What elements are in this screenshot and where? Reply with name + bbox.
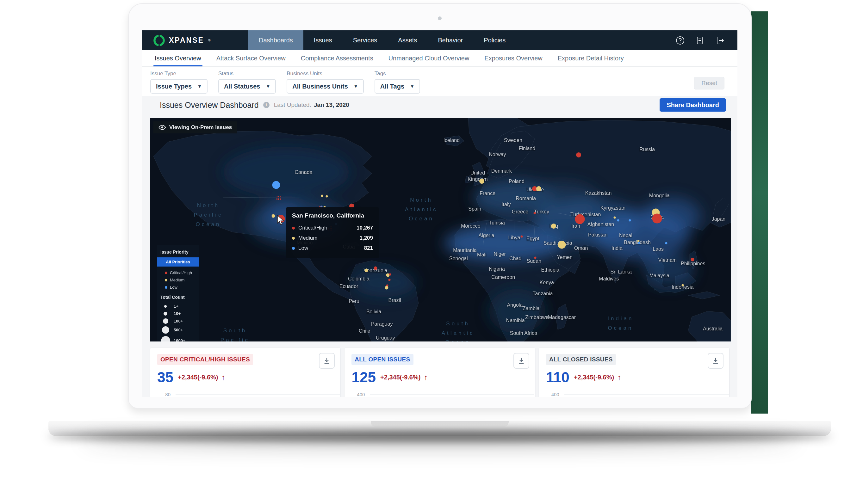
legend-count-500: 500+ <box>160 325 196 335</box>
metric-card-all-closed-issues: ALL CLOSED ISSUES110+2,345(-9.6%)↑400300 <box>539 348 729 397</box>
tooltip-title: San Francisco, California <box>292 212 373 219</box>
trend-up-icon: ↑ <box>617 373 621 382</box>
issue-marker-red[interactable] <box>534 256 536 259</box>
dropdown-value: All Tags <box>380 83 404 90</box>
issue-marker-red[interactable] <box>389 274 391 276</box>
legend-priority-critical-high[interactable]: Critical/High <box>160 269 196 276</box>
tab-attack-surface-overview[interactable]: Attack Surface Overview <box>216 50 286 66</box>
dropdown-value: All Business Units <box>292 83 348 90</box>
tab-exposures-overview[interactable]: Exposures Overview <box>484 50 542 66</box>
issue-marker-blue[interactable] <box>272 181 280 189</box>
download-icon <box>323 357 330 364</box>
filter-tags: TagsAll Tags▼ <box>375 71 420 93</box>
dropdown-tags[interactable]: All Tags▼ <box>375 79 420 93</box>
filter-status: StatusAll Statuses▼ <box>218 71 276 93</box>
legend-priority-low[interactable]: Low <box>160 284 196 291</box>
axis-tick-top: 400 <box>351 392 365 397</box>
issue-marker-yellow[interactable] <box>551 224 556 229</box>
issue-marker-yellow[interactable] <box>272 214 275 218</box>
release-notes-icon[interactable] <box>695 36 704 45</box>
download-button[interactable] <box>708 353 724 369</box>
card-mini-chart: 400300 <box>351 389 528 397</box>
card-title-badge: ALL CLOSED ISSUES <box>546 354 616 365</box>
world-map[interactable]: CanadaMexicoCubaVenezuelaColombiaEcuador… <box>150 118 731 341</box>
issue-marker-red[interactable] <box>652 213 662 223</box>
issue-marker-yellow[interactable] <box>614 217 616 219</box>
metric-card-all-open-issues: ALL OPEN ISSUES125+2,345(-9.6%)↑400300 <box>345 348 535 397</box>
card-delta: +2,345(-9.6%) <box>380 374 421 381</box>
dashboard-header: Issues Overview Dashboard i Last Updated… <box>142 96 737 114</box>
tooltip-row-label: Medium <box>298 235 317 241</box>
card-delta: +2,345(-9.6%) <box>574 374 614 381</box>
issue-marker-blue[interactable] <box>665 242 667 244</box>
dropdown-issue-type[interactable]: Issue Types▼ <box>150 79 208 93</box>
brand-name: XPANSE <box>169 36 204 45</box>
issue-marker-yellow[interactable] <box>326 196 328 198</box>
nav-item-services[interactable]: Services <box>342 30 388 50</box>
issue-marker-red[interactable] <box>576 152 581 158</box>
mini-chart-svg <box>564 389 729 397</box>
dropdown-status[interactable]: All Statuses▼ <box>218 79 276 93</box>
red-dot-icon <box>165 272 167 274</box>
download-button[interactable] <box>319 353 335 369</box>
share-dashboard-button[interactable]: Share Dashboard <box>660 98 726 112</box>
background-accent-strip <box>751 11 768 414</box>
issue-marker-blue[interactable] <box>617 219 620 222</box>
filter-issue-type: Issue TypeIssue Types▼ <box>150 71 208 93</box>
legend-count-items: 1+10+100+500+1000+ <box>160 303 196 341</box>
legend-priority-medium[interactable]: Medium <box>160 276 196 284</box>
issue-marker-red[interactable] <box>533 212 536 214</box>
nav-items: DashboardsIssuesServicesAssetsBehaviorPo… <box>248 30 516 50</box>
download-button[interactable] <box>513 353 529 369</box>
count-label: 500+ <box>174 328 183 332</box>
issue-marker-red[interactable] <box>691 258 694 261</box>
legend-all-priorities[interactable]: All Priorities <box>157 257 199 266</box>
laptop-shadow-soft <box>82 434 797 448</box>
issue-marker-red[interactable] <box>521 236 523 238</box>
sign-out-icon[interactable] <box>715 36 724 45</box>
issue-marker-yellow[interactable] <box>479 179 484 184</box>
page-title: Issues Overview Dashboard <box>160 101 259 110</box>
issue-marker-yellow[interactable] <box>364 268 368 272</box>
legend-priority-label: Critical/High <box>170 270 192 275</box>
info-icon[interactable]: i <box>263 102 270 108</box>
nav-item-issues[interactable]: Issues <box>303 30 342 50</box>
chevron-down-icon: ▼ <box>266 84 270 89</box>
issue-marker-yellow[interactable] <box>681 284 684 287</box>
card-value-row: 125+2,345(-9.6%)↑ <box>351 369 528 386</box>
nav-item-behavior[interactable]: Behavior <box>427 30 473 50</box>
legend-priority-label: Low <box>170 285 177 290</box>
tab-exposure-detail-history[interactable]: Exposure Detail History <box>558 50 624 66</box>
tab-issues-overview[interactable]: Issues Overview <box>155 50 201 66</box>
help-icon[interactable] <box>675 36 685 45</box>
chevron-down-icon: ▼ <box>197 84 202 89</box>
laptop-base-notch <box>371 421 509 427</box>
issue-marker-yellow[interactable] <box>385 286 388 289</box>
chevron-down-icon: ▼ <box>354 84 358 89</box>
dropdown-business-units[interactable]: All Business Units▼ <box>287 79 363 93</box>
issue-marker-yellow[interactable] <box>558 241 566 249</box>
tab-unmanaged-cloud-overview[interactable]: Unmanaged Cloud Overview <box>388 50 470 66</box>
issue-marker-yellow[interactable] <box>321 194 323 197</box>
issue-marker-red[interactable] <box>575 214 585 224</box>
xpanse-logo-icon <box>153 35 165 46</box>
dropdown-value: All Statuses <box>224 83 260 90</box>
filter-bar: Issue TypeIssue Types▼StatusAll Statuses… <box>142 67 737 96</box>
reset-button[interactable]: Reset <box>694 77 724 89</box>
issue-marker-red[interactable] <box>374 266 377 270</box>
nav-item-dashboards[interactable]: Dashboards <box>248 30 303 50</box>
blue-dot-icon <box>292 247 295 250</box>
axis-tick-top: 400 <box>546 392 559 397</box>
viewing-mode-badge: Viewing On-Prem Issues <box>153 122 237 134</box>
last-updated-label: Last Updated: <box>274 101 311 109</box>
nav-item-assets[interactable]: Assets <box>388 30 427 50</box>
tooltip-row-critical-high: Critical/High10,267 <box>292 223 373 233</box>
issue-marker-yellow[interactable] <box>536 186 541 191</box>
issue-marker-blue[interactable] <box>638 242 640 244</box>
tab-compliance-assessments[interactable]: Compliance Assessments <box>301 50 373 66</box>
nav-item-policies[interactable]: Policies <box>473 30 516 50</box>
issue-marker-red[interactable] <box>276 196 281 201</box>
issue-marker-red[interactable] <box>388 279 391 281</box>
issue-marker-blue[interactable] <box>628 219 631 222</box>
filter-label-business-units: Business Units <box>287 71 363 77</box>
